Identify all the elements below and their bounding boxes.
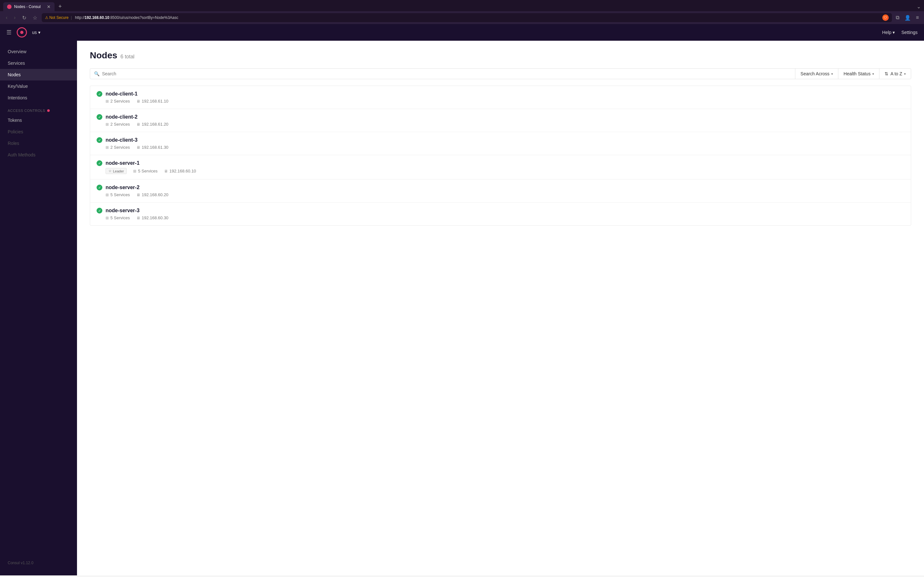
services-count: ⊞ 2 Services bbox=[105, 122, 130, 127]
settings-link[interactable]: Settings bbox=[901, 30, 918, 35]
new-tab-button[interactable]: + bbox=[56, 2, 65, 11]
back-button[interactable]: ‹ bbox=[4, 13, 9, 22]
browser-tab-active[interactable]: Nodes - Consul ✕ bbox=[3, 2, 55, 11]
sidebar-item-policies-label: Policies bbox=[8, 129, 23, 134]
datacenter-label: us bbox=[32, 30, 37, 35]
health-status-button[interactable]: Health Status ▾ bbox=[838, 69, 879, 79]
ip-address: 🖥 192.168.61.10 bbox=[136, 99, 168, 103]
sidebar-item-intentions[interactable]: Intentions bbox=[0, 92, 77, 103]
address-separator: | bbox=[71, 15, 72, 20]
consul-logo bbox=[17, 27, 27, 37]
forward-button[interactable]: › bbox=[12, 13, 17, 22]
search-input[interactable] bbox=[102, 71, 791, 76]
sidebar-item-nodes[interactable]: Nodes bbox=[0, 69, 77, 81]
consul-logo-inner bbox=[20, 31, 23, 34]
help-chevron: ▾ bbox=[893, 30, 895, 35]
sidebar-toggle-button[interactable]: ☰ bbox=[6, 29, 11, 36]
address-bar[interactable]: ⚠ Not Secure | http://192.168.60.10:8500… bbox=[42, 13, 892, 22]
table-row[interactable]: ✓ node-client-2 ⊞ 2 Services 🖥 192.168.6… bbox=[90, 109, 911, 132]
consul-version: Consul v1.12.0 bbox=[8, 561, 33, 565]
access-controls-section: ACCESS CONTROLS bbox=[0, 103, 77, 114]
bookmark-button[interactable]: ☆ bbox=[31, 13, 39, 22]
sidebar: Overview Services Nodes Key/Value Intent… bbox=[0, 41, 77, 575]
browser-chrome: Nodes - Consul ✕ + ⌄ ‹ › ↻ ☆ ⚠ Not Secur… bbox=[0, 0, 924, 24]
sidebar-item-nodes-label: Nodes bbox=[8, 72, 21, 77]
services-count: ⊞ 5 Services bbox=[105, 215, 130, 220]
sort-label: A to Z bbox=[890, 71, 902, 76]
filter-bar: 🔍 Search Across ▾ Health Status ▾ ⇅ A to… bbox=[90, 68, 911, 79]
sort-button[interactable]: ⇅ A to Z ▾ bbox=[879, 69, 911, 79]
node-status-icon-passing: ✓ bbox=[97, 160, 102, 166]
tab-close-button[interactable]: ✕ bbox=[47, 4, 51, 9]
sidebar-item-auth-methods: Auth Methods bbox=[0, 149, 77, 161]
main-layout: Overview Services Nodes Key/Value Intent… bbox=[0, 41, 924, 575]
page-count: 6 total bbox=[121, 54, 135, 60]
ip-icon: 🖥 bbox=[136, 145, 140, 150]
leader-badge: ☆ Leader bbox=[105, 168, 127, 174]
help-label: Help bbox=[882, 30, 892, 35]
url-port: :8500 bbox=[110, 15, 119, 20]
ip-label: 192.168.61.20 bbox=[142, 122, 168, 127]
tab-dropdown-button[interactable]: ⌄ bbox=[917, 3, 921, 10]
search-wrapper: 🔍 bbox=[90, 69, 795, 79]
node-meta: ⊞ 5 Services 🖥 192.168.60.20 bbox=[97, 192, 905, 197]
node-status-icon-passing: ✓ bbox=[97, 208, 102, 213]
brave-rewards-button[interactable]: 👤 bbox=[903, 13, 912, 22]
refresh-button[interactable]: ↻ bbox=[20, 13, 28, 22]
sidebar-item-tokens-label: Tokens bbox=[8, 118, 22, 123]
sidebar-item-auth-methods-label: Auth Methods bbox=[8, 152, 35, 157]
search-across-chevron: ▾ bbox=[831, 72, 833, 76]
table-row[interactable]: ✓ node-server-3 ⊞ 5 Services 🖥 192.168.6… bbox=[90, 203, 911, 226]
sidebar-item-intentions-label: Intentions bbox=[8, 95, 27, 100]
node-name: node-server-2 bbox=[105, 185, 140, 190]
extensions-button[interactable]: ⧉ bbox=[895, 13, 901, 22]
node-name: node-server-3 bbox=[105, 208, 140, 213]
sidebar-item-key-value[interactable]: Key/Value bbox=[0, 81, 77, 92]
services-count-label: 2 Services bbox=[110, 99, 130, 103]
menu-button[interactable]: ≡ bbox=[915, 13, 920, 22]
node-name-row: ✓ node-client-3 bbox=[97, 137, 905, 143]
datacenter-selector[interactable]: us ▾ bbox=[32, 30, 40, 35]
node-name-row: ✓ node-server-1 bbox=[97, 160, 905, 166]
table-row[interactable]: ✓ node-server-1 ☆ Leader ⊞ 5 Services bbox=[90, 155, 911, 179]
url-path: /ui/us/nodes?sortBy=Node%3Aasc bbox=[119, 15, 178, 20]
ip-label: 192.168.60.10 bbox=[170, 169, 196, 173]
warning-icon: ⚠ bbox=[45, 15, 48, 20]
sort-control: ⇅ A to Z ▾ bbox=[879, 69, 911, 79]
services-icon: ⊞ bbox=[105, 122, 109, 127]
sort-icon: ⇅ bbox=[885, 71, 888, 76]
help-dropdown[interactable]: Help ▾ bbox=[882, 30, 895, 35]
url-display: http://192.168.60.10:8500/ui/us/nodes?so… bbox=[75, 15, 880, 20]
services-icon: ⊞ bbox=[105, 193, 109, 197]
services-count-label: 5 Services bbox=[110, 192, 130, 197]
nav-bar: ‹ › ↻ ☆ ⚠ Not Secure | http://192.168.60… bbox=[0, 11, 924, 24]
ip-address: 🖥 192.168.61.20 bbox=[136, 122, 168, 127]
table-row[interactable]: ✓ node-client-3 ⊞ 2 Services 🖥 192.168.6… bbox=[90, 132, 911, 155]
sidebar-footer: Consul v1.12.0 bbox=[0, 556, 77, 570]
node-meta: ⊞ 2 Services 🖥 192.168.61.10 bbox=[97, 99, 905, 103]
search-across-label: Search Across bbox=[800, 71, 829, 76]
header-right: Help ▾ Settings bbox=[882, 30, 918, 35]
app-wrapper: ☰ us ▾ Help ▾ Settings Overview Services bbox=[0, 24, 924, 575]
sidebar-item-policies: Policies bbox=[0, 126, 77, 137]
node-name: node-server-1 bbox=[105, 160, 140, 166]
sidebar-item-roles: Roles bbox=[0, 137, 77, 149]
services-count-label: 5 Services bbox=[110, 215, 130, 220]
ip-icon: 🖥 bbox=[136, 216, 140, 220]
url-protocol: http:// bbox=[75, 15, 85, 20]
ip-icon: 🖥 bbox=[136, 193, 140, 197]
node-status-icon-passing: ✓ bbox=[97, 114, 102, 120]
tab-favicon bbox=[7, 5, 11, 9]
table-row[interactable]: ✓ node-server-2 ⊞ 5 Services 🖥 192.168.6… bbox=[90, 179, 911, 203]
sidebar-item-services[interactable]: Services bbox=[0, 57, 77, 69]
node-name: node-client-2 bbox=[105, 114, 137, 120]
sidebar-item-tokens[interactable]: Tokens bbox=[0, 114, 77, 126]
node-name: node-client-3 bbox=[105, 137, 137, 143]
sidebar-item-overview[interactable]: Overview bbox=[0, 46, 77, 57]
ip-address: 🖥 192.168.61.30 bbox=[136, 145, 168, 150]
node-status-icon-passing: ✓ bbox=[97, 185, 102, 190]
health-status-chevron: ▾ bbox=[872, 72, 874, 76]
page-title: Nodes bbox=[90, 50, 118, 61]
search-across-button[interactable]: Search Across ▾ bbox=[795, 69, 838, 79]
table-row[interactable]: ✓ node-client-1 ⊞ 2 Services 🖥 192.168.6… bbox=[90, 86, 911, 109]
